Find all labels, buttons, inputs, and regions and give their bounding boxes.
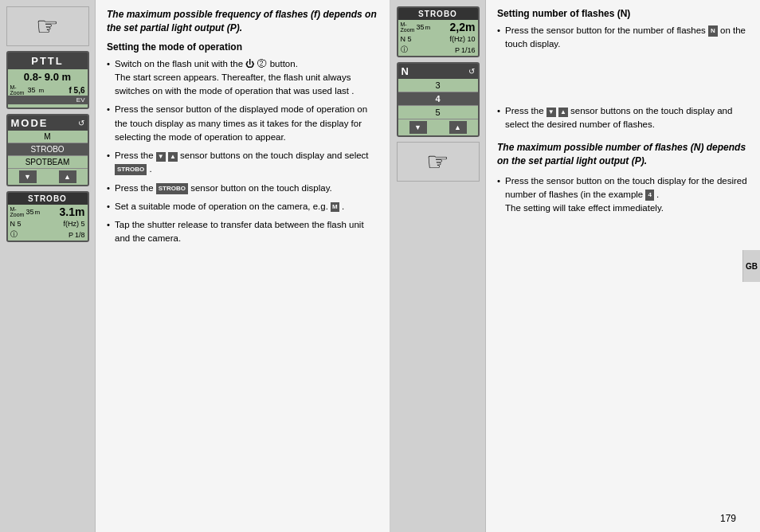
strobo-right-top-info-icon: ⓘ (401, 45, 408, 55)
bullet-left-5: Set a suitable mode of operation on the … (107, 200, 378, 213)
strobo-right-top-unit: m (425, 24, 430, 31)
page: ☞ PTTL 0.8- 9.0 m M-Zoom 35 m f 5,6 EV (0, 0, 760, 532)
bullet-right-1: Press the sensor button for the number o… (497, 24, 749, 52)
pttl-display: PTTL 0.8- 9.0 m M-Zoom 35 m f 5,6 EV (6, 51, 89, 109)
strobo-left-zoom-value: 35 (25, 208, 33, 216)
strobo-right-top-n: N 5 (401, 35, 412, 43)
mode-option-strobo[interactable]: STROBO (8, 143, 88, 156)
pttl-ev-row: EV (8, 96, 88, 104)
bullet-right-2: Press the ▼ ▲ sensor buttons on the touc… (497, 104, 749, 132)
bullet-left-2: Press the sensor button of the displayed… (107, 103, 378, 144)
mode-header-text: MODE (11, 117, 49, 129)
left-panel: ☞ PTTL 0.8- 9.0 m M-Zoom 35 m f 5,6 EV (0, 0, 390, 532)
strobo-right-top-p-value: 1/16 (461, 46, 476, 54)
mode-option-spotbeam[interactable]: SPOTBEAM (8, 156, 88, 169)
mode-header: MODE ↺ (8, 115, 88, 131)
strobo-right-top-fhz: f(Hz) 10 (449, 35, 475, 43)
n-header-text: N (402, 65, 409, 77)
bullet-right-3: Press the sensor button on the touch dis… (497, 174, 749, 216)
device-column-left: ☞ PTTL 0.8- 9.0 m M-Zoom 35 m f 5,6 EV (0, 0, 96, 532)
gb-tab: GB (742, 250, 760, 282)
strobo-left-p-label: P (69, 231, 73, 239)
mode-option-m[interactable]: M (8, 131, 88, 143)
spacer-right-1 (497, 57, 749, 104)
italic-title-left: The maximum possible frequency of flashe… (107, 8, 378, 35)
finger-icon-left: ☞ (6, 6, 89, 46)
strobo-right-top-info-row: ⓘ P 1/16 (398, 44, 478, 56)
n-selection-display: N ↺ 3 4 5 ▼ ▲ (397, 62, 480, 137)
strobo-display-right-top: STROBO M-Zoom 35 m 2,2m N 5 f(Hz) 10 ⓘ P… (397, 6, 480, 57)
strobo-left-range: 3.1m (60, 205, 85, 218)
text-column-right: Setting number of flashes (N) Press the … (486, 0, 760, 532)
pttl-zoom-label: M-Zoom (10, 84, 25, 96)
strobo-left-zoom-label: M-Zoom (10, 206, 25, 217)
pttl-header: PTTL (8, 53, 88, 69)
strobo-left-p-value: 1/8 (75, 231, 85, 239)
mode-nav-down[interactable]: ▼ (19, 170, 37, 183)
strobo-display-left: STROBO M-Zoom 35 m 3.1m N 5 f(Hz) 5 ⓘ P … (6, 191, 89, 242)
strobo-right-top-zoom-label: M-Zoom (401, 22, 415, 33)
strobo-left-fhz: f(Hz) 5 (64, 220, 85, 228)
strobo-right-top-p-label: P (455, 46, 460, 54)
strobo-right-top-main-row: M-Zoom 35 m 2,2m (398, 20, 478, 34)
bullet-left-3: Press the ▼ ▲ sensor buttons on the touc… (107, 149, 378, 177)
italic-title-right: The maximum possible number of flashes (… (497, 141, 749, 168)
bullet-list-right-1: Press the sensor button for the number o… (497, 24, 749, 52)
strobo-left-n-row: N 5 f(Hz) 5 (8, 219, 88, 229)
mode-nav-row: ▼ ▲ (8, 169, 88, 185)
n-nav-down[interactable]: ▼ (409, 121, 427, 134)
strobo-right-top-n-row: N 5 f(Hz) 10 (398, 34, 478, 44)
strobo-left-info-row: ⓘ P 1/8 (8, 229, 88, 241)
bullet-left-1: Switch on the flash unit with the ⏻ ② bu… (107, 57, 378, 99)
strobo-right-top-main: 2,2m (450, 21, 476, 33)
strobo-right-top-zoom-value: 35 (416, 23, 424, 31)
pttl-unit: m (38, 87, 44, 94)
pttl-range: 0.8- 9.0 m (8, 69, 88, 84)
strobo-left-n: N 5 (10, 220, 22, 228)
strobo-left-unit: m (34, 209, 40, 216)
mode-nav-up[interactable]: ▲ (59, 170, 76, 183)
n-item-5[interactable]: 5 (398, 106, 478, 119)
device-column-right: STROBO M-Zoom 35 m 2,2m N 5 f(Hz) 10 ⓘ P… (390, 0, 486, 532)
bullet-list-right-2: Press the ▼ ▲ sensor buttons on the touc… (497, 104, 749, 132)
bullet-left-6: Tap the shutter release to transfer data… (107, 218, 378, 246)
section-title-right: Setting number of flashes (N) (497, 8, 749, 19)
mode-back-icon: ↺ (78, 119, 84, 127)
pttl-info-row: M-Zoom 35 m f 5,6 (8, 84, 88, 96)
bullet-list-left: Switch on the flash unit with the ⏻ ② bu… (107, 57, 378, 246)
strobo-left-info-icon: ⓘ (10, 229, 18, 240)
n-nav-up[interactable]: ▲ (449, 121, 467, 134)
n-back-icon: ↺ (468, 67, 475, 76)
bullet-list-right-3: Press the sensor button on the touch dis… (497, 174, 749, 216)
right-panel: STROBO M-Zoom 35 m 2,2m N 5 f(Hz) 10 ⓘ P… (390, 0, 760, 532)
page-number: 179 (720, 513, 736, 524)
n-item-4[interactable]: 4 (398, 92, 478, 106)
n-header: N ↺ (398, 64, 478, 79)
pttl-zoom-value: 35 (27, 86, 35, 94)
n-item-3[interactable]: 3 (398, 79, 478, 92)
text-column-left: The maximum possible frequency of flashe… (96, 0, 390, 532)
bullet-left-4: Press the STROBO sensor button on the to… (107, 182, 378, 195)
strobo-right-top-header: STROBO (398, 8, 478, 20)
strobo-left-header: STROBO (8, 193, 88, 205)
mode-display: MODE ↺ M STROBO SPOTBEAM ▼ ▲ (6, 114, 89, 186)
finger-icon-right: ☞ (397, 142, 480, 182)
strobo-left-main-row: M-Zoom 35 m 3.1m (8, 205, 88, 219)
pttl-fstop: f 5,6 (69, 86, 84, 95)
section-title-left: Setting the mode of operation (107, 41, 378, 53)
n-nav-row: ▼ ▲ (398, 119, 478, 135)
pttl-spacer (8, 104, 88, 108)
